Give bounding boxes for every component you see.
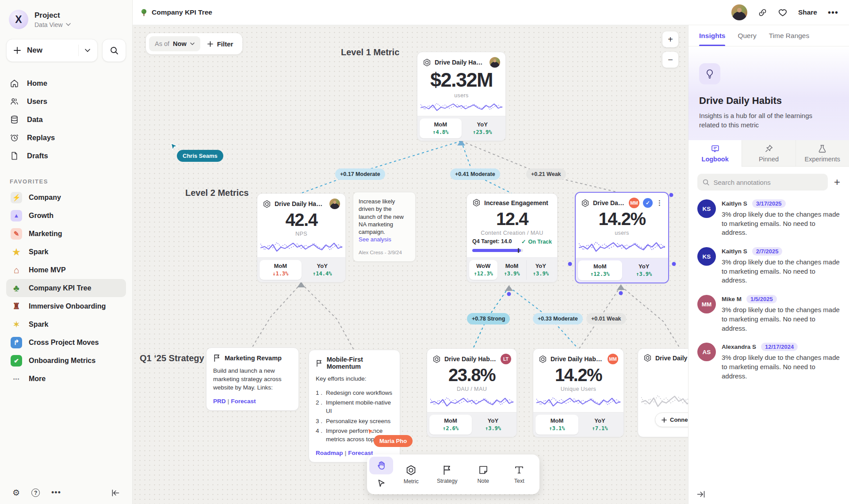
strategy-card-marketing-revamp[interactable]: Marketing Revamp Build and launch a new … <box>206 347 299 411</box>
note-text: Increase likely driven by the launch of … <box>359 198 410 236</box>
sparkline-chart <box>430 393 513 411</box>
sidebar-item-data[interactable]: Data <box>10 111 122 129</box>
annotation-item[interactable]: KS Kaitlyn S 2/7/2025 3% drop likely due… <box>697 247 840 285</box>
favorite-item-cross-project-moves[interactable]: ↱ Cross Project Moves <box>6 333 126 351</box>
favorites-list: ⚡ Company ▲ Growth ✎ Marketing ★ Spark ⌂… <box>6 188 126 388</box>
metric-card-drive-daily-habbits-nps[interactable]: Drive Daily Habbits 42.4 NPS MoM ↓1.3% Y… <box>257 193 346 283</box>
favorite-item-company-kpi-tree[interactable]: ♣ Company KPI Tree <box>6 279 126 297</box>
help-icon[interactable]: ? <box>31 489 40 497</box>
strategy-card-title: Marketing Revamp <box>225 355 282 362</box>
zoom-in-button[interactable]: + <box>662 31 678 47</box>
metric-card-title: Drive Daily Habbits <box>435 59 486 66</box>
more-menu-icon[interactable]: ••• <box>828 8 838 18</box>
filter-button[interactable]: Filter <box>201 40 240 48</box>
sparkline-chart <box>421 99 502 115</box>
collapse-sidebar-icon[interactable] <box>111 489 120 497</box>
roadmap-link[interactable]: Roadmap <box>316 450 343 456</box>
copy-link-icon[interactable] <box>758 8 767 17</box>
sidebar-item-drafts[interactable]: Drafts <box>10 147 122 165</box>
user-avatar[interactable] <box>731 4 747 20</box>
target-progress-bar <box>472 248 552 253</box>
favorite-item-label: Company KPI Tree <box>29 284 91 292</box>
stat-yoy: YoY ↑7.1% <box>578 415 621 435</box>
metric-card-increase-engagement[interactable]: Increase Engagement 12.4 Content Creatio… <box>467 193 558 283</box>
metric-card-drive-daily-habbits-dau[interactable]: Drive Daily Habbits LT 23.8% DAU / MAU M… <box>427 348 517 437</box>
annotation-item[interactable]: MM Mike M 1/5/2025 3% drop likely due to… <box>697 295 840 333</box>
favorite-heart-icon[interactable] <box>778 8 788 17</box>
link-separator: | <box>343 450 348 456</box>
favorite-item-onboarding-metrics[interactable]: ✔ Onboarding Metrics <box>6 351 126 370</box>
sidebar-item-home[interactable]: Home <box>10 74 122 92</box>
tab-time-ranges[interactable]: Time Ranges <box>769 25 810 46</box>
insights-panel: Insights Query Time Ranges Drive Daily H… <box>688 25 849 504</box>
note-card[interactable]: Increase likely driven by the launch of … <box>353 192 416 262</box>
favorite-item-company[interactable]: ⚡ Company <box>6 188 126 206</box>
favorite-item-marketing[interactable]: ✎ Marketing <box>6 225 126 243</box>
sidebar-item-replays[interactable]: Replays <box>10 129 122 147</box>
annotation-item[interactable]: KS Kaitlyn S 3/17/2025 3% drop likely du… <box>697 199 840 237</box>
favorite-item-label: Immersive Onboarding <box>29 302 106 310</box>
list-item: Implement mobile-native UI <box>316 398 393 415</box>
add-annotation-button[interactable]: + <box>834 176 840 188</box>
collaborator-cursor-maria: Maria Pho <box>374 435 413 447</box>
document-icon <box>10 151 19 160</box>
favorite-item-spark[interactable]: ★ Spark <box>6 243 126 261</box>
stat-yoy: YoY ↑3.9% <box>472 415 514 435</box>
select-tool-button[interactable] <box>369 474 393 492</box>
as-of-dropdown[interactable]: As of Now <box>149 36 200 51</box>
metric-tool-button[interactable]: Metric <box>393 457 429 492</box>
tab-query[interactable]: Query <box>738 25 756 46</box>
topbar: Company KPI Tree Share ••• <box>133 0 849 25</box>
annotation-text: 3% drop likely due to the changes made t… <box>722 305 840 333</box>
zoom-out-button[interactable]: − <box>662 52 678 68</box>
metric-card-drive-daily-habbits-selected[interactable]: Drive Daily Habb.. MM ✓ ⋮ 14.2% users Mo… <box>575 192 669 283</box>
zap-icon: ⚡ <box>11 192 22 203</box>
more-options-icon[interactable]: ••• <box>51 488 61 497</box>
check-icon: ✔ <box>11 355 22 367</box>
text-tool-button[interactable]: Text <box>501 457 538 492</box>
share-button[interactable]: Share <box>798 8 817 16</box>
subtab-experiments[interactable]: Experiments <box>795 140 849 167</box>
level1-section-label: Level 1 Metric <box>341 47 399 57</box>
sidebar-item-users[interactable]: Users <box>10 92 122 111</box>
connect-button[interactable]: Connect <box>655 412 688 427</box>
annotation-search-input[interactable] <box>713 179 822 186</box>
metric-card-partial[interactable]: Drive Daily Habbits Connect <box>638 348 688 437</box>
subtab-logbook[interactable]: Logbook <box>688 140 742 167</box>
see-analysis-link[interactable]: See analysis <box>359 236 410 243</box>
metric-card-drive-daily-habbits-unique[interactable]: Drive Daily Habbits MM 14.2% Unique User… <box>533 348 624 437</box>
prd-link[interactable]: PRD <box>213 398 226 405</box>
settings-gear-icon[interactable]: ⚙ <box>12 488 20 498</box>
stat-mom: MoM ↑2.6% <box>429 415 472 435</box>
annotation-search[interactable] <box>697 174 828 191</box>
favorite-item-immersive-onboarding[interactable]: ♜ Immersive Onboarding <box>6 297 126 315</box>
replay-clock-icon <box>10 133 19 142</box>
favorite-item-more[interactable]: ••• More <box>6 370 126 388</box>
kebab-menu-icon[interactable]: ⋮ <box>656 199 663 207</box>
annotation-item[interactable]: AS Alexandra S 12/17/2024 3% drop likely… <box>697 343 840 381</box>
new-button-label: New <box>27 46 72 55</box>
hand-tool-button[interactable] <box>369 457 393 474</box>
forecast-link[interactable]: Forecast <box>348 450 373 456</box>
subtab-pinned[interactable]: Pinned <box>742 140 795 167</box>
forecast-link[interactable]: Forecast <box>231 398 256 405</box>
edge-correlation-chip: +0.78 Strong <box>467 313 510 325</box>
favorite-item-home-mvp[interactable]: ⌂ Home MVP <box>6 261 126 279</box>
tool-label: Metric <box>404 478 419 485</box>
project-view-switcher[interactable]: Data View <box>34 21 71 28</box>
new-button[interactable]: New <box>6 39 98 62</box>
metric-card-drive-daily-habbits-l1[interactable]: Drive Daily Habbits $2.32M users MoM ↑4.… <box>417 52 506 141</box>
collapse-panel-icon[interactable] <box>696 490 705 499</box>
favorites-heading: FAVORITES <box>6 178 126 185</box>
tab-insights[interactable]: Insights <box>699 25 725 46</box>
favorite-item-spark-2[interactable]: ✶ Spark <box>6 315 126 333</box>
strategy-tool-button[interactable]: Strategy <box>429 457 466 492</box>
metric-value: 14.2% <box>599 209 646 229</box>
favorite-item-label: Spark <box>29 321 48 328</box>
note-tool-button[interactable]: Note <box>465 457 501 492</box>
note-author: Alex Cress - 3/9/24 <box>359 249 410 256</box>
search-button[interactable] <box>102 39 126 62</box>
kpi-tree-canvas[interactable]: As of Now Filter + − Level 1 Metric Leve… <box>133 25 688 504</box>
chevron-down-icon[interactable] <box>85 49 90 52</box>
favorite-item-growth[interactable]: ▲ Growth <box>6 206 126 225</box>
